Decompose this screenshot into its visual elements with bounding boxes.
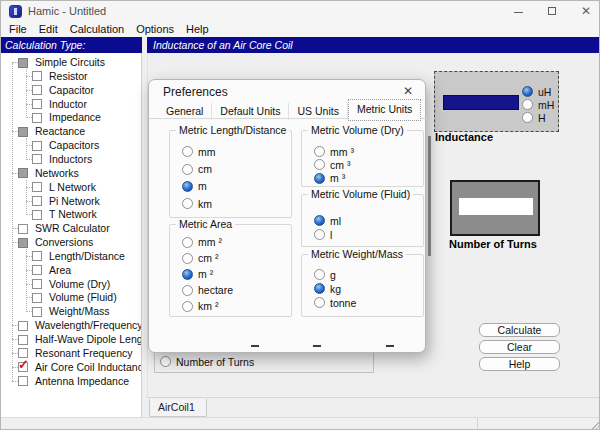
tree-checkbox[interactable] (32, 293, 42, 303)
tree-item-label[interactable]: Pi Network (49, 195, 100, 209)
unit-radio-h[interactable] (522, 112, 533, 123)
radio-length-km[interactable] (182, 198, 193, 209)
tree-item-label[interactable]: L Network (49, 181, 96, 195)
radio-row: mm (182, 142, 216, 154)
number-of-turns-input[interactable] (459, 198, 533, 215)
tree-checkbox[interactable] (32, 265, 42, 275)
tree-row: Impedance (1, 111, 142, 125)
tree-item-label[interactable]: Area (49, 264, 71, 278)
radio-length-mm[interactable] (182, 146, 193, 157)
doc-tab-aircoil1[interactable]: AirCoil1 (149, 399, 207, 417)
tree-item-label[interactable]: Reactance (35, 125, 85, 139)
tree-item-label[interactable]: SWR Calculator (35, 222, 110, 236)
app-window: Hamic - Untitled ✕ FileEditCalculationOp… (0, 0, 600, 430)
menu-item-help[interactable]: Help (180, 22, 215, 37)
menu-item-options[interactable]: Options (130, 22, 180, 37)
tree-checkbox[interactable] (32, 85, 42, 95)
radio-row: kg (314, 279, 341, 291)
dialog-footer-mark[interactable] (251, 345, 259, 347)
menu-item-calculation[interactable]: Calculation (64, 22, 130, 37)
tree-item-label[interactable]: Networks (35, 167, 79, 181)
tree-checkbox[interactable] (18, 321, 28, 331)
tree-checkbox[interactable] (32, 196, 42, 206)
tree-checkbox[interactable] (32, 279, 42, 289)
tree-item-label[interactable]: Capacitor (49, 84, 94, 98)
tree-item-label[interactable]: Conversions (35, 236, 93, 250)
tab-general[interactable]: General (158, 103, 212, 120)
tree-item-label[interactable]: Volume (Fluid) (49, 291, 117, 305)
tree-item-label[interactable]: Half-Wave Dipole Length (35, 333, 142, 347)
tree-item-label[interactable]: Simple Circuits (35, 56, 105, 70)
menu-item-file[interactable]: File (3, 22, 33, 37)
radio-label: mm (198, 146, 216, 158)
status-bar (1, 417, 600, 430)
tree-row: Resistor (1, 70, 142, 84)
tree-checkbox[interactable] (32, 141, 42, 151)
radio-volume_fluid-l[interactable] (314, 229, 325, 240)
maximize-button[interactable] (535, 1, 569, 22)
radio-area-cm[interactable] (182, 253, 193, 264)
close-button[interactable]: ✕ (569, 1, 600, 22)
tree-checkbox[interactable] (32, 154, 42, 164)
radio-volume_dry-m[interactable] (314, 173, 325, 184)
radio-area-km[interactable] (182, 301, 193, 312)
radio-area-m[interactable] (182, 269, 193, 280)
dialog-close-icon[interactable]: ✕ (403, 84, 413, 98)
group-title: Metric Length/Distance (176, 124, 289, 136)
tree-item-label[interactable]: Wavelength/Frequency (35, 319, 142, 333)
menu-item-edit[interactable]: Edit (33, 22, 64, 37)
tree-checkbox[interactable] (32, 182, 42, 192)
tree-group-box[interactable] (18, 58, 28, 68)
number-of-turns-radio-row[interactable]: Number of Turns (160, 352, 254, 364)
tree-item-label[interactable]: Volume (Dry) (49, 278, 110, 292)
tree-item-label[interactable]: Impedance (49, 111, 101, 125)
tree-checkbox[interactable] (18, 224, 28, 234)
tree-checkbox[interactable] (32, 251, 42, 261)
tree-item-label[interactable]: Resonant Frequency (35, 347, 132, 361)
dialog-footer-mark[interactable] (313, 345, 321, 347)
radio-length-cm[interactable] (182, 164, 193, 175)
tree-group-box[interactable] (18, 127, 28, 137)
tree-checkbox[interactable]: ✓ (18, 362, 28, 372)
tree-group-box[interactable] (18, 168, 28, 178)
calculate-button[interactable]: Calculate (479, 323, 560, 337)
tree-row: Length/Distance (1, 250, 142, 264)
tree-item-label[interactable]: Inductor (49, 98, 87, 112)
tree-group-box[interactable] (18, 238, 28, 248)
group-box-length: Metric Length/Distancemmcmmkm (169, 130, 292, 218)
tab-us-units[interactable]: US Units (289, 103, 347, 120)
radio-weight-tonne[interactable] (314, 297, 325, 308)
radio-label: cm (198, 163, 212, 175)
radio-area-mm[interactable] (182, 237, 193, 248)
vertical-scrollbar-thumb[interactable] (428, 136, 431, 256)
tree-checkbox[interactable] (32, 99, 42, 109)
tree-item-label[interactable]: Length/Distance (49, 250, 125, 264)
tab-metric-units[interactable]: Metric Units (348, 99, 421, 121)
tree-row: Reactance (1, 125, 142, 139)
tree-item-label[interactable]: Air Core Coil Inductance (35, 361, 142, 375)
tree-checkbox[interactable] (18, 335, 28, 345)
tree-item-label[interactable]: Weight/Mass (49, 305, 110, 319)
radio-label: mm ² (198, 236, 222, 248)
calculation-type-tree: Simple CircuitsResistorCapacitorInductor… (1, 53, 142, 417)
tree-row: Simple Circuits (1, 56, 142, 70)
tree-checkbox[interactable] (32, 113, 42, 123)
radio-length-m[interactable] (182, 181, 193, 192)
group-box-volume_fluid: Metric Volume (Fluid)mll (301, 194, 424, 247)
tree-item-label[interactable]: Inductors (49, 153, 92, 167)
tree-item-label[interactable]: T Network (49, 208, 97, 222)
help-button[interactable]: Help (479, 357, 560, 371)
clear-button[interactable]: Clear (479, 340, 560, 354)
tree-checkbox[interactable] (32, 71, 42, 81)
tree-item-label[interactable]: Antenna Impedance (35, 375, 129, 389)
tree-checkbox[interactable] (32, 307, 42, 317)
resize-grip-icon[interactable] (592, 422, 599, 429)
tree-checkbox[interactable] (18, 376, 28, 386)
minimize-button[interactable] (501, 1, 535, 22)
tab-default-units[interactable]: Default Units (212, 103, 289, 120)
dialog-footer-mark[interactable] (386, 345, 394, 347)
tree-item-label[interactable]: Capacitors (49, 139, 99, 153)
tree-item-label[interactable]: Resistor (49, 70, 88, 84)
tree-checkbox[interactable] (32, 210, 42, 220)
radio-area-hectare[interactable] (182, 285, 193, 296)
